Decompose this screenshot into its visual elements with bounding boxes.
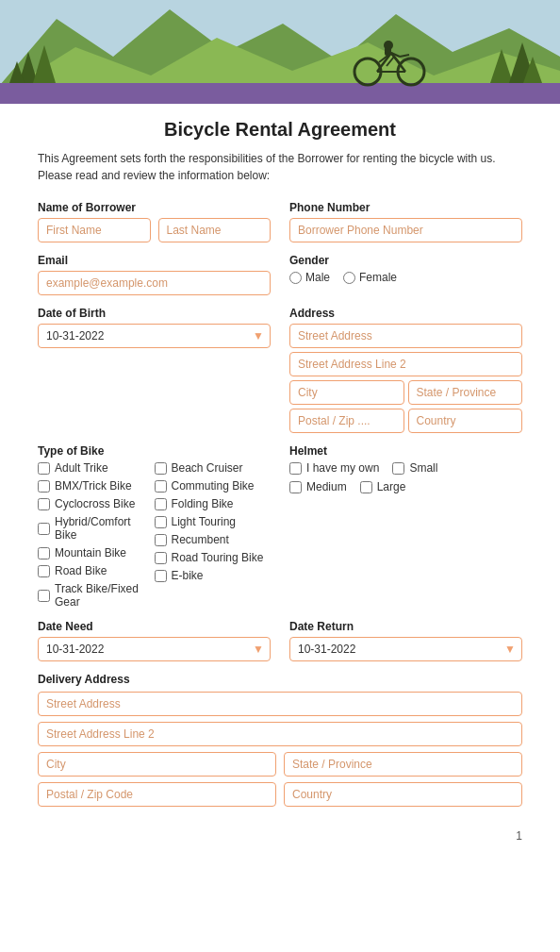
bike-ebike-cb[interactable] <box>155 570 167 582</box>
bike-hybrid[interactable]: Hybrid/Comfort Bike <box>38 515 155 542</box>
bike-light-touring-cb[interactable] <box>155 516 167 528</box>
helmet-small[interactable]: Small <box>392 461 437 475</box>
bike-helmet-row: Type of Bike Adult Trike BMX/Trick Bike <box>38 444 522 609</box>
bike-col-left: Adult Trike BMX/Trick Bike Cyclocross Bi… <box>38 461 155 609</box>
delivery-state-input[interactable] <box>284 752 522 777</box>
helmet-row2: Medium Large <box>289 480 522 493</box>
bike-cyclocross[interactable]: Cyclocross Bike <box>38 497 155 510</box>
dob-input[interactable] <box>38 324 271 348</box>
date-return-label: Date Return <box>289 620 522 633</box>
bike-road-touring[interactable]: Road Touring Bike <box>155 551 272 564</box>
bike-beach[interactable]: Beach Cruiser <box>155 461 272 475</box>
bike-bmx[interactable]: BMX/Trick Bike <box>38 479 155 493</box>
delivery-country-input[interactable] <box>284 782 522 807</box>
address-label: Address <box>289 307 522 320</box>
helmet-own-cb[interactable] <box>289 462 302 475</box>
delivery-section: Delivery Address <box>38 673 522 807</box>
bike-mountain[interactable]: Mountain Bike <box>38 546 155 560</box>
bike-col: Type of Bike Adult Trike BMX/Trick Bike <box>38 444 271 609</box>
bike-track-cb[interactable] <box>38 590 50 602</box>
bike-road-touring-cb[interactable] <box>155 552 167 564</box>
country-input[interactable] <box>408 409 523 433</box>
gender-female-label: Female <box>359 271 397 284</box>
bike-folding-cb[interactable] <box>155 498 167 510</box>
helmet-large-cb[interactable] <box>360 481 372 493</box>
helmet-own[interactable]: I have my own <box>289 461 379 475</box>
delivery-street2-input[interactable] <box>38 722 522 746</box>
delivery-fields <box>38 692 522 807</box>
delivery-zip-input[interactable] <box>38 782 276 807</box>
gender-male-option[interactable]: Male <box>289 271 330 284</box>
address-block <box>289 324 522 433</box>
bike-ebike[interactable]: E-bike <box>155 569 272 582</box>
bike-beach-cb[interactable] <box>155 462 167 475</box>
bike-adult-trike-cb[interactable] <box>38 462 50 475</box>
helmet-small-cb[interactable] <box>392 462 404 475</box>
bike-road[interactable]: Road Bike <box>38 564 155 577</box>
street-input[interactable] <box>289 324 522 348</box>
bike-bmx-cb[interactable] <box>38 480 50 493</box>
delivery-city-input[interactable] <box>38 752 276 777</box>
bike-recumbent[interactable]: Recumbent <box>155 533 272 546</box>
state-input[interactable] <box>408 380 523 405</box>
helmet-col: Helmet I have my own Small <box>289 444 522 609</box>
helmet-large[interactable]: Large <box>360 480 406 493</box>
dob-wrap: ▼ <box>38 324 271 348</box>
first-name-input[interactable] <box>38 218 151 242</box>
bike-road-cb[interactable] <box>38 565 50 577</box>
phone-input[interactable] <box>289 218 522 242</box>
svg-rect-21 <box>385 47 391 56</box>
address-col: Address <box>289 307 522 433</box>
email-label: Email <box>38 254 271 267</box>
date-need-col: Date Need ▼ <box>38 620 271 661</box>
dob-col: Date of Birth ▼ <box>38 307 271 433</box>
bike-recumbent-cb[interactable] <box>155 534 167 546</box>
email-input[interactable] <box>38 271 271 295</box>
page-title: Bicycle Rental Agreement <box>38 119 522 141</box>
form-content: Bicycle Rental Agreement This Agreement … <box>0 104 560 826</box>
hero-banner <box>0 0 560 104</box>
helmet-label: Helmet <box>289 444 522 458</box>
date-need-input[interactable] <box>38 637 271 661</box>
email-gender-row: Email Gender Male Female <box>38 254 522 295</box>
bike-hybrid-cb[interactable] <box>38 523 50 535</box>
page-1: Bicycle Rental Agreement This Agreement … <box>0 0 560 952</box>
bike-adult-trike[interactable]: Adult Trike <box>38 461 155 475</box>
delivery-address-label: Delivery Address <box>38 673 522 686</box>
date-return-col: Date Return ▼ <box>289 620 522 661</box>
bike-light-touring[interactable]: Light Touring <box>155 515 272 528</box>
name-col: Name of Borrower <box>38 201 271 242</box>
delivery-street-input[interactable] <box>38 692 522 716</box>
phone-label: Phone Number <box>289 201 522 214</box>
email-col: Email <box>38 254 271 295</box>
date-return-input[interactable] <box>289 637 522 661</box>
name-phone-row: Name of Borrower Phone Number <box>38 201 522 242</box>
bike-commuting-cb[interactable] <box>155 480 167 493</box>
name-label: Name of Borrower <box>38 201 271 214</box>
svg-rect-3 <box>0 83 560 104</box>
page-number: 1 <box>0 826 560 852</box>
zip-country-row <box>289 409 522 433</box>
gender-label: Gender <box>289 254 522 267</box>
city-input[interactable] <box>289 380 404 405</box>
bike-folding[interactable]: Folding Bike <box>155 497 272 510</box>
bike-mountain-cb[interactable] <box>38 547 50 560</box>
date-return-wrap: ▼ <box>289 637 522 661</box>
gender-col: Gender Male Female <box>289 254 522 295</box>
helmet-medium-cb[interactable] <box>289 481 302 493</box>
street2-input[interactable] <box>289 352 522 376</box>
helmet-group: I have my own Small Medium <box>289 461 522 493</box>
dob-address-row: Date of Birth ▼ Address <box>38 307 522 433</box>
bike-cyclocross-cb[interactable] <box>38 498 50 510</box>
gender-female-option[interactable]: Female <box>343 271 397 284</box>
helmet-medium[interactable]: Medium <box>289 480 347 493</box>
gender-female-radio[interactable] <box>343 272 355 284</box>
gender-male-label: Male <box>305 271 330 284</box>
phone-col: Phone Number <box>289 201 522 242</box>
delivery-zip-country-row <box>38 782 522 807</box>
gender-male-radio[interactable] <box>289 272 302 284</box>
bike-commuting[interactable]: Commuting Bike <box>155 479 272 493</box>
zip-input[interactable] <box>289 409 404 433</box>
last-name-input[interactable] <box>158 218 272 242</box>
bike-track[interactable]: Track Bike/Fixed Gear <box>38 582 155 609</box>
